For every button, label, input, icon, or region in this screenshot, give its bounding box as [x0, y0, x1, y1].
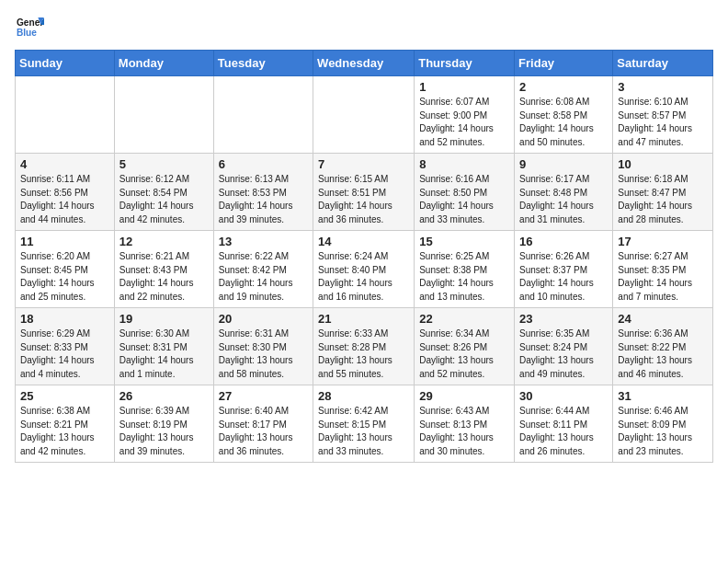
day-number: 2 — [519, 80, 608, 94]
logo: General Blue — [15, 15, 44, 40]
calendar: SundayMondayTuesdayWednesdayThursdayFrid… — [15, 50, 713, 463]
empty-cell — [313, 76, 415, 154]
day-cell-26: 26Sunrise: 6:39 AM Sunset: 8:19 PM Dayli… — [114, 385, 213, 463]
day-cell-29: 29Sunrise: 6:43 AM Sunset: 8:13 PM Dayli… — [415, 385, 515, 463]
day-cell-15: 15Sunrise: 6:25 AM Sunset: 8:38 PM Dayli… — [415, 231, 515, 308]
day-cell-30: 30Sunrise: 6:44 AM Sunset: 8:11 PM Dayli… — [515, 385, 613, 463]
day-number: 16 — [519, 235, 608, 248]
day-cell-21: 21Sunrise: 6:33 AM Sunset: 8:28 PM Dayli… — [313, 308, 415, 385]
weekday-header-friday: Friday — [515, 51, 613, 76]
day-number: 15 — [419, 235, 509, 248]
day-info: Sunrise: 6:29 AM Sunset: 8:33 PM Dayligh… — [20, 327, 109, 381]
day-number: 9 — [519, 157, 608, 171]
weekday-header-saturday: Saturday — [613, 51, 713, 76]
day-cell-10: 10Sunrise: 6:18 AM Sunset: 8:47 PM Dayli… — [613, 154, 713, 231]
week-row-4: 18Sunrise: 6:29 AM Sunset: 8:33 PM Dayli… — [16, 308, 713, 385]
day-number: 23 — [519, 312, 608, 326]
day-number: 19 — [119, 312, 209, 326]
day-number: 17 — [618, 235, 708, 248]
day-number: 7 — [318, 157, 409, 171]
weekday-header-wednesday: Wednesday — [313, 51, 415, 76]
day-number: 29 — [419, 389, 509, 403]
weekday-header-thursday: Thursday — [415, 51, 515, 76]
day-number: 12 — [119, 235, 209, 248]
day-info: Sunrise: 6:20 AM Sunset: 8:45 PM Dayligh… — [20, 250, 109, 304]
day-cell-2: 2Sunrise: 6:08 AM Sunset: 8:58 PM Daylig… — [515, 76, 613, 154]
day-number: 28 — [318, 389, 409, 403]
day-info: Sunrise: 6:43 AM Sunset: 8:13 PM Dayligh… — [419, 405, 509, 458]
weekday-header-row: SundayMondayTuesdayWednesdayThursdayFrid… — [16, 51, 713, 76]
day-info: Sunrise: 6:35 AM Sunset: 8:24 PM Dayligh… — [519, 327, 608, 381]
day-info: Sunrise: 6:07 AM Sunset: 9:00 PM Dayligh… — [419, 96, 509, 149]
day-cell-24: 24Sunrise: 6:36 AM Sunset: 8:22 PM Dayli… — [613, 308, 713, 385]
svg-text:Blue: Blue — [17, 28, 37, 38]
day-cell-31: 31Sunrise: 6:46 AM Sunset: 8:09 PM Dayli… — [613, 385, 713, 463]
day-info: Sunrise: 6:10 AM Sunset: 8:57 PM Dayligh… — [618, 96, 708, 149]
day-number: 10 — [618, 157, 708, 171]
day-number: 6 — [219, 157, 308, 171]
day-cell-7: 7Sunrise: 6:15 AM Sunset: 8:51 PM Daylig… — [313, 154, 415, 231]
weekday-header-monday: Monday — [114, 51, 213, 76]
day-cell-3: 3Sunrise: 6:10 AM Sunset: 8:57 PM Daylig… — [613, 76, 713, 154]
day-info: Sunrise: 6:24 AM Sunset: 8:40 PM Dayligh… — [318, 250, 409, 304]
day-info: Sunrise: 6:46 AM Sunset: 8:09 PM Dayligh… — [618, 405, 708, 458]
day-cell-23: 23Sunrise: 6:35 AM Sunset: 8:24 PM Dayli… — [515, 308, 613, 385]
day-number: 1 — [419, 80, 509, 94]
week-row-3: 11Sunrise: 6:20 AM Sunset: 8:45 PM Dayli… — [16, 231, 713, 308]
day-info: Sunrise: 6:39 AM Sunset: 8:19 PM Dayligh… — [119, 405, 209, 458]
day-info: Sunrise: 6:27 AM Sunset: 8:35 PM Dayligh… — [618, 250, 708, 304]
day-number: 21 — [318, 312, 409, 326]
day-cell-1: 1Sunrise: 6:07 AM Sunset: 9:00 PM Daylig… — [415, 76, 515, 154]
day-cell-28: 28Sunrise: 6:42 AM Sunset: 8:15 PM Dayli… — [313, 385, 415, 463]
day-info: Sunrise: 6:08 AM Sunset: 8:58 PM Dayligh… — [519, 96, 608, 149]
day-number: 18 — [20, 312, 109, 326]
day-cell-25: 25Sunrise: 6:38 AM Sunset: 8:21 PM Dayli… — [16, 385, 115, 463]
day-number: 31 — [618, 389, 708, 403]
day-info: Sunrise: 6:40 AM Sunset: 8:17 PM Dayligh… — [219, 405, 308, 458]
page-header: General Blue — [15, 15, 713, 40]
day-info: Sunrise: 6:42 AM Sunset: 8:15 PM Dayligh… — [318, 405, 409, 458]
day-info: Sunrise: 6:18 AM Sunset: 8:47 PM Dayligh… — [618, 173, 708, 226]
day-cell-8: 8Sunrise: 6:16 AM Sunset: 8:50 PM Daylig… — [415, 154, 515, 231]
day-cell-6: 6Sunrise: 6:13 AM Sunset: 8:53 PM Daylig… — [213, 154, 313, 231]
day-info: Sunrise: 6:38 AM Sunset: 8:21 PM Dayligh… — [20, 405, 109, 458]
day-number: 4 — [20, 157, 109, 171]
day-info: Sunrise: 6:13 AM Sunset: 8:53 PM Dayligh… — [219, 173, 308, 226]
day-number: 25 — [20, 389, 109, 403]
day-info: Sunrise: 6:25 AM Sunset: 8:38 PM Dayligh… — [419, 250, 509, 304]
day-cell-27: 27Sunrise: 6:40 AM Sunset: 8:17 PM Dayli… — [213, 385, 313, 463]
day-info: Sunrise: 6:17 AM Sunset: 8:48 PM Dayligh… — [519, 173, 608, 226]
day-number: 8 — [419, 157, 509, 171]
day-number: 14 — [318, 235, 409, 248]
day-info: Sunrise: 6:22 AM Sunset: 8:42 PM Dayligh… — [219, 250, 308, 304]
day-info: Sunrise: 6:21 AM Sunset: 8:43 PM Dayligh… — [119, 250, 209, 304]
day-cell-13: 13Sunrise: 6:22 AM Sunset: 8:42 PM Dayli… — [213, 231, 313, 308]
week-row-2: 4Sunrise: 6:11 AM Sunset: 8:56 PM Daylig… — [16, 154, 713, 231]
day-number: 27 — [219, 389, 308, 403]
day-number: 5 — [119, 157, 209, 171]
day-cell-19: 19Sunrise: 6:30 AM Sunset: 8:31 PM Dayli… — [114, 308, 213, 385]
week-row-1: 1Sunrise: 6:07 AM Sunset: 9:00 PM Daylig… — [16, 76, 713, 154]
day-cell-12: 12Sunrise: 6:21 AM Sunset: 8:43 PM Dayli… — [114, 231, 213, 308]
empty-cell — [16, 76, 115, 154]
day-cell-20: 20Sunrise: 6:31 AM Sunset: 8:30 PM Dayli… — [213, 308, 313, 385]
day-info: Sunrise: 6:34 AM Sunset: 8:26 PM Dayligh… — [419, 327, 509, 381]
day-cell-11: 11Sunrise: 6:20 AM Sunset: 8:45 PM Dayli… — [16, 231, 115, 308]
day-cell-22: 22Sunrise: 6:34 AM Sunset: 8:26 PM Dayli… — [415, 308, 515, 385]
day-cell-4: 4Sunrise: 6:11 AM Sunset: 8:56 PM Daylig… — [16, 154, 115, 231]
day-number: 13 — [219, 235, 308, 248]
day-number: 30 — [519, 389, 608, 403]
logo-icon: General Blue — [15, 15, 44, 40]
day-info: Sunrise: 6:36 AM Sunset: 8:22 PM Dayligh… — [618, 327, 708, 381]
day-cell-5: 5Sunrise: 6:12 AM Sunset: 8:54 PM Daylig… — [114, 154, 213, 231]
weekday-header-tuesday: Tuesday — [213, 51, 313, 76]
day-number: 24 — [618, 312, 708, 326]
day-number: 26 — [119, 389, 209, 403]
day-cell-9: 9Sunrise: 6:17 AM Sunset: 8:48 PM Daylig… — [515, 154, 613, 231]
day-info: Sunrise: 6:16 AM Sunset: 8:50 PM Dayligh… — [419, 173, 509, 226]
day-info: Sunrise: 6:11 AM Sunset: 8:56 PM Dayligh… — [20, 173, 109, 226]
day-info: Sunrise: 6:26 AM Sunset: 8:37 PM Dayligh… — [519, 250, 608, 304]
empty-cell — [114, 76, 213, 154]
empty-cell — [213, 76, 313, 154]
day-number: 11 — [20, 235, 109, 248]
